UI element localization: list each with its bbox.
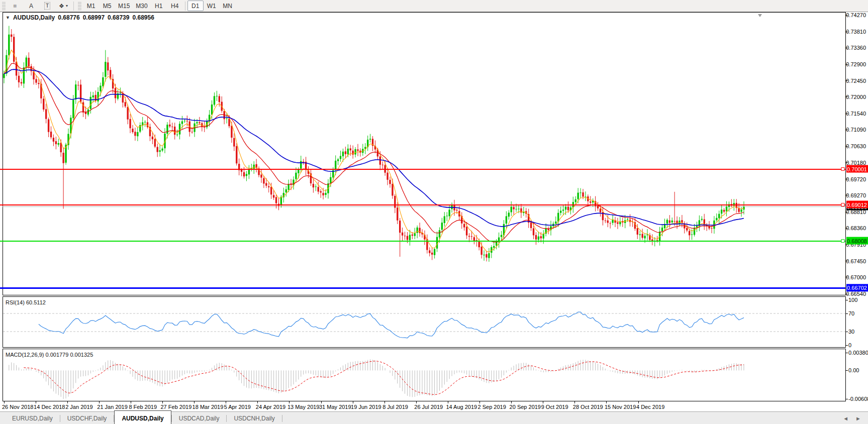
timeframe-h1-button[interactable]: H1	[151, 1, 167, 11]
symbol-name: AUDUSD,Daily	[13, 14, 55, 21]
timeframe-w1-button[interactable]: W1	[204, 1, 220, 11]
price-axis: 0.742700.738100.733600.729000.724500.720…	[845, 12, 868, 297]
timeframe-m5-button[interactable]: M5	[99, 1, 115, 11]
main-panel[interactable]	[3, 12, 845, 295]
text-annotation-icon[interactable]: A	[23, 1, 39, 11]
crosshair-grid-icon: ⌗	[14, 3, 17, 10]
price-tick-label: 0.69270	[846, 192, 866, 198]
date-tick-label: 14 Aug 2019	[446, 404, 477, 410]
date-tick-label: 2 Jan 2019	[65, 404, 92, 410]
tab-usdcad[interactable]: USDCAD,Daily	[172, 412, 227, 424]
date-tick-label: 9 Oct 2019	[541, 404, 568, 410]
timeframe-mn-button[interactable]: MN	[220, 1, 236, 11]
date-tick-label: 15 Nov 2019	[605, 404, 636, 410]
price-tick-label: 0.72000	[846, 94, 866, 100]
date-tick-label: 28 Oct 2019	[573, 404, 603, 410]
date-tick-label: 21 Jan 2019	[97, 404, 128, 410]
mt4-window: ⌗AT❖▾ M1M5M15M30H1H4D1W1MN 0.742700.7381…	[0, 0, 868, 424]
svg-text:30: 30	[848, 329, 854, 335]
price-tick-label: 0.73360	[846, 45, 866, 51]
price-tick-label: 0.67000	[846, 274, 866, 280]
date-tick-label: 27 Feb 2019	[161, 404, 192, 410]
chart-canvas[interactable]: 0.742700.738100.733600.729000.724500.720…	[0, 0, 868, 424]
price-tick-label: 0.74270	[846, 12, 866, 18]
date-tick-label: 20 Sep 2019	[510, 404, 541, 410]
svg-text:0.00: 0.00	[848, 367, 859, 373]
hline-handle-0.68008[interactable]	[841, 240, 844, 243]
rsi-panel[interactable]	[3, 296, 845, 347]
toolbar: ⌗AT❖▾ M1M5M15M30H1H4D1W1MN	[0, 0, 868, 12]
date-tick-label: 19 Jun 2019	[351, 404, 381, 410]
hline-handle-0.69012[interactable]	[841, 203, 844, 206]
date-tick-label: 26 Jul 2019	[414, 404, 443, 410]
svg-text:0: 0	[848, 342, 851, 348]
svg-text:70: 70	[848, 310, 854, 316]
svg-text:100: 100	[848, 297, 857, 303]
svg-text:0.69012: 0.69012	[847, 202, 867, 208]
dropdown-caret-icon: ▾	[66, 4, 68, 8]
crosshair-grid-icon[interactable]: ⌗	[7, 1, 23, 11]
timeframe-d1-button[interactable]: D1	[187, 1, 204, 11]
tab-audusd[interactable]: AUDUSD,Daily	[114, 410, 171, 424]
date-tick-label: 8 Feb 2019	[129, 404, 157, 410]
svg-text:0.68008: 0.68008	[847, 238, 867, 244]
object-style-icon: ❖	[59, 3, 64, 10]
date-tick-label: 5 Apr 2019	[224, 404, 251, 410]
timeframe-h4-button[interactable]: H4	[167, 1, 183, 11]
macd-label: MACD(12,26,9) 0.001779 0.001325	[6, 352, 93, 358]
tab-usdcnh[interactable]: USDCNH,Daily	[227, 412, 281, 424]
date-tick-label: 2 Sep 2019	[478, 404, 506, 410]
hline-handle-0.70001[interactable]	[841, 168, 844, 171]
date-tick-label: 31 May 2019	[319, 404, 351, 410]
date-tick-label: 24 Apr 2019	[256, 404, 285, 410]
price-tick-label: 0.70630	[846, 143, 866, 149]
quote-high: 0.68997	[83, 14, 105, 21]
collapse-arrow-icon[interactable]: ▼	[6, 15, 10, 20]
toolbar-separator	[73, 2, 74, 11]
svg-text:0.70001: 0.70001	[847, 166, 867, 172]
symbol-title[interactable]: ▼ AUDUSD,Daily 0.68776 0.68997 0.68739 0…	[6, 14, 154, 21]
text-label-icon: T	[44, 2, 51, 10]
toolbar-grip-2[interactable]	[78, 2, 81, 10]
date-tick-label: 26 Nov 2018	[2, 404, 33, 410]
price-tick-label: 0.72900	[846, 61, 866, 67]
text-annotation-icon: A	[29, 3, 33, 10]
tabbar-scroll-left-icon[interactable]: ◄	[843, 415, 848, 421]
date-tick-label: 14 Dec 2018	[34, 404, 65, 410]
price-tick-label: 0.72450	[846, 78, 866, 84]
tab-eurusd[interactable]: EURUSD,Daily	[5, 412, 60, 424]
toolbar-grip[interactable]	[2, 2, 6, 10]
tab-separator	[282, 415, 282, 422]
price-tick-label: 0.71540	[846, 111, 866, 117]
date-tick-label: 18 Mar 2019	[192, 404, 224, 410]
date-tick-label: 8 Jul 2019	[382, 404, 408, 410]
rsi-label: RSI(14) 60.5112	[6, 299, 46, 305]
text-label-icon[interactable]: T	[39, 1, 55, 11]
date-tick-label: 4 Dec 2019	[636, 404, 664, 410]
timeframe-m30-button[interactable]: M30	[133, 1, 150, 11]
price-tick-label: 0.69720	[846, 176, 866, 182]
svg-text:0.003804: 0.003804	[848, 350, 868, 356]
price-tick-label: 0.66540	[846, 291, 866, 297]
svg-text:0.66702: 0.66702	[847, 285, 867, 291]
rsi-axis: 10070300	[845, 297, 857, 348]
timeframe-m1-button[interactable]: M1	[83, 1, 99, 11]
price-tick-label: 0.73810	[846, 29, 866, 35]
price-tick-label: 0.67450	[846, 258, 866, 264]
quote-open: 0.68776	[58, 14, 79, 21]
quote-close: 0.68956	[132, 14, 154, 21]
timeframe-m15-button[interactable]: M15	[115, 1, 133, 11]
price-tick-label: 0.68360	[846, 225, 866, 231]
price-tick-label: 0.70180	[846, 160, 866, 166]
time-axis: 26 Nov 201814 Dec 20182 Jan 201921 Jan 2…	[2, 401, 664, 410]
svg-text:-0.006087: -0.006087	[848, 396, 868, 402]
quote-low: 0.68739	[108, 14, 129, 21]
date-tick-label: 13 May 2019	[287, 404, 320, 410]
object-style-icon[interactable]: ❖▾	[55, 1, 71, 11]
price-tick-label: 0.71090	[846, 127, 866, 133]
tab-usdchf[interactable]: USDCHF,Daily	[60, 412, 114, 424]
chart-tabbar: EURUSD,DailyUSDCHF,DailyAUDUSD,DailyUSDC…	[0, 411, 868, 424]
macd-panel[interactable]	[3, 349, 845, 401]
macd-axis: 0.0038040.00-0.006087	[845, 350, 868, 402]
tabbar-scroll-right-icon[interactable]: ►	[855, 415, 861, 421]
